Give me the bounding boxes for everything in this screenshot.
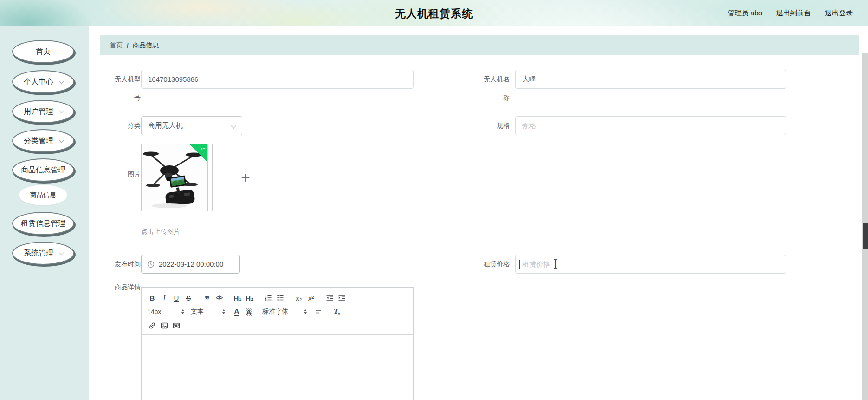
sidebar-item-system-management[interactable]: 系统管理: [12, 242, 74, 265]
header1-button[interactable]: H₁: [233, 292, 243, 303]
sidebar-item-product-info-management[interactable]: 商品信息管理: [12, 158, 74, 182]
breadcrumb-current: 商品信息: [133, 41, 159, 50]
header-actions: 管理员 abo 退出到前台 退出登录: [728, 0, 853, 26]
link-button[interactable]: [147, 320, 157, 331]
drone-name-label: 无人机名称: [478, 70, 510, 107]
bullet-list-button[interactable]: [275, 292, 285, 303]
rich-text-editor: B I U S ” </> H₁ H₂: [141, 287, 414, 400]
font-family-picker[interactable]: 标准字体: [262, 308, 307, 316]
background-color-button[interactable]: A: [244, 306, 254, 317]
sidebar-item-rental-info-management[interactable]: 租赁信息管理: [12, 212, 74, 235]
detail-label: 商品详情: [109, 278, 141, 296]
clear-format-button[interactable]: Tx: [332, 306, 342, 317]
category-select-value: 商用无人机: [148, 121, 183, 130]
text-color-button[interactable]: A: [232, 306, 242, 317]
drone-name-input[interactable]: [515, 70, 786, 89]
link-icon: [149, 322, 156, 329]
breadcrumb: 首页 / 商品信息: [100, 35, 859, 55]
paragraph-value: 文本: [191, 308, 204, 316]
app-header: 无人机租赁系统 管理员 abo 退出到前台 退出登录: [0, 0, 868, 26]
outdent-button[interactable]: [324, 292, 335, 303]
text-caret: [519, 260, 520, 269]
price-label: 租赁价格: [478, 255, 510, 273]
chevron-down-icon: [231, 123, 236, 128]
align-button[interactable]: [313, 306, 324, 317]
sidebar-item-label: 分类管理: [24, 136, 53, 146]
vertical-scrollbar-track[interactable]: [862, 53, 868, 400]
text-color-icon: A: [234, 308, 240, 316]
drone-model-label: 无人机型号: [109, 70, 141, 107]
drone-model-input[interactable]: [141, 70, 414, 89]
sort-arrows-icon: [304, 309, 307, 314]
sidebar-item-personal-center[interactable]: 个人中心: [12, 70, 74, 93]
sidebar-item-label: 个人中心: [24, 77, 53, 87]
insert-video-button[interactable]: [171, 320, 181, 331]
exit-to-front-link[interactable]: 退出到前台: [776, 9, 811, 18]
chevron-down-icon: [59, 108, 64, 113]
paragraph-picker[interactable]: 文本: [191, 308, 225, 316]
sidebar: 首页 个人中心 用户管理 分类管理 商品信息管理 商品信息 租赁信息管理 系统管…: [0, 26, 89, 400]
sidebar-item-label: 首页: [36, 47, 51, 57]
indent-button[interactable]: [337, 292, 347, 303]
superscript-button[interactable]: x²: [306, 292, 316, 303]
breadcrumb-home-link[interactable]: 首页: [110, 41, 123, 50]
chevron-down-icon: [59, 250, 64, 255]
align-icon: [315, 308, 322, 315]
spec-label: 规格: [478, 116, 510, 135]
blockquote-button[interactable]: ”: [202, 292, 212, 303]
sort-arrows-icon: [222, 309, 225, 314]
font-size-picker[interactable]: 14px: [147, 308, 184, 315]
background-color-icon: A: [246, 308, 253, 316]
indent-icon: [338, 294, 346, 302]
sidebar-item-home[interactable]: 首页: [12, 40, 74, 63]
bullet-list-icon: [277, 294, 284, 302]
sidebar-item-category-management[interactable]: 分类管理: [12, 129, 74, 152]
picture-label: 图片: [109, 165, 141, 184]
sidebar-item-label: 用户管理: [24, 107, 53, 117]
plus-icon: +: [241, 169, 250, 187]
header2-button[interactable]: H₂: [245, 292, 255, 303]
sidebar-item-label: 系统管理: [24, 249, 53, 258]
sidebar-item-label: 商品信息: [30, 191, 56, 199]
outdent-icon: [326, 294, 334, 302]
sidebar-item-label: 租赁信息管理: [21, 219, 65, 229]
subscript-button[interactable]: x₂: [294, 292, 304, 303]
spec-input[interactable]: [515, 116, 786, 135]
add-image-card[interactable]: +: [212, 144, 279, 211]
chevron-down-icon: [59, 138, 64, 143]
breadcrumb-separator: /: [127, 42, 129, 49]
strikethrough-button[interactable]: S: [183, 292, 194, 303]
category-select[interactable]: 商用无人机: [141, 116, 242, 135]
chevron-down-icon: [59, 79, 64, 84]
editor-toolbar: B I U S ” </> H₁ H₂: [142, 288, 413, 335]
sidebar-item-user-management[interactable]: 用户管理: [12, 100, 74, 123]
publish-time-label: 发布时间: [109, 255, 141, 273]
logout-link[interactable]: 退出登录: [825, 9, 853, 18]
ibeam-cursor-icon: [552, 259, 558, 269]
insert-image-button[interactable]: [159, 320, 169, 331]
publish-time-input[interactable]: 2022-03-12 00:00:00: [141, 255, 240, 274]
underline-button[interactable]: U: [171, 292, 181, 303]
sidebar-item-product-info[interactable]: 商品信息: [19, 185, 67, 205]
ordered-list-icon: [265, 294, 272, 302]
vertical-scrollbar-thumb[interactable]: [863, 223, 868, 249]
video-icon: [173, 322, 180, 329]
price-field-wrap: [515, 255, 786, 274]
code-block-button[interactable]: </>: [214, 292, 224, 303]
uploaded-image-card[interactable]: ✓: [141, 144, 208, 211]
ordered-list-button[interactable]: [263, 292, 273, 303]
font-size-value: 14px: [147, 308, 161, 315]
sidebar-item-label: 商品信息管理: [21, 165, 65, 175]
clear-format-icon: Tx: [334, 308, 340, 316]
image-icon: [161, 322, 168, 329]
category-label: 分类: [109, 116, 141, 135]
admin-user-label: 管理员 abo: [728, 9, 762, 18]
publish-time-value: 2022-03-12 00:00:00: [159, 260, 223, 268]
editor-content-area[interactable]: [142, 335, 413, 400]
sort-arrows-icon: [181, 309, 184, 314]
italic-button[interactable]: I: [159, 292, 169, 303]
upload-hint-link[interactable]: 点击上传图片: [141, 228, 180, 236]
clock-icon: [147, 261, 155, 268]
bold-button[interactable]: B: [147, 292, 157, 303]
font-family-value: 标准字体: [262, 308, 288, 316]
